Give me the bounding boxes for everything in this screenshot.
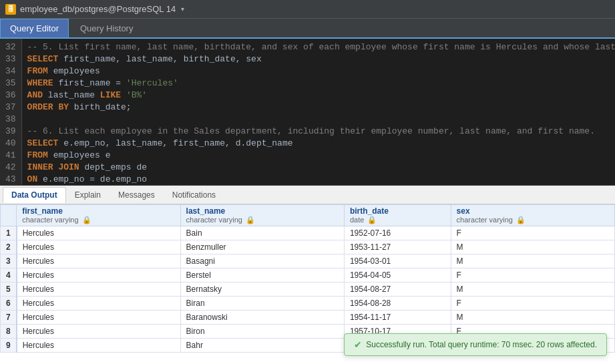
cell-birth_date: 1952-07-16 <box>344 226 451 240</box>
col-first-name-header[interactable]: first_name character varying 🔒 <box>17 205 180 226</box>
col-last-name-header[interactable]: last_name character varying 🔒 <box>180 205 344 226</box>
table-row: 5HerculesBernatsky1954-08-27M <box>1 283 615 297</box>
cell-sex: F <box>451 226 614 240</box>
cell-sex: F <box>451 268 614 283</box>
cell-first_name: Hercules <box>17 339 180 353</box>
cell-last_name: Biran <box>180 297 344 311</box>
col-sex-header[interactable]: sex character varying 🔒 <box>451 205 614 226</box>
row-number: 8 <box>1 325 17 339</box>
connection-title: employee_db/postgres@PostgreSQL 14 <box>20 4 176 14</box>
db-icon: 🗄 <box>5 4 16 15</box>
row-number: 9 <box>1 339 17 353</box>
cell-sex: M <box>451 283 614 297</box>
cell-first_name: Hercules <box>17 297 180 311</box>
cell-last_name: Berstel <box>180 268 344 283</box>
tab-messages[interactable]: Messages <box>110 187 164 203</box>
check-icon: ✔ <box>354 339 362 350</box>
data-table-container[interactable]: first_name character varying 🔒 last_name… <box>0 204 615 364</box>
table-row: 1HerculesBain1952-07-16F <box>1 226 615 240</box>
cell-sex: F <box>451 297 614 311</box>
result-tabs: Data Output Explain Messages Notificatio… <box>0 186 615 204</box>
cell-last_name: Bernatsky <box>180 283 344 297</box>
main-area: 32 33 34 35 36 37 38 39 40 41 42 43 44 4… <box>0 39 615 364</box>
tab-query-editor[interactable]: Query Editor <box>0 19 69 37</box>
row-number: 2 <box>1 240 17 254</box>
cell-last_name: Basagni <box>180 254 344 268</box>
title-bar: 🗄 employee_db/postgres@PostgreSQL 14 ▾ <box>0 0 615 19</box>
row-number: 3 <box>1 254 17 268</box>
code-content[interactable]: -- 5. List first name, last name, birthd… <box>22 39 615 185</box>
cell-birth_date: 1954-03-01 <box>344 254 451 268</box>
table-row: 2HerculesBenzmuller1953-11-27M <box>1 240 615 254</box>
dropdown-icon[interactable]: ▾ <box>181 5 184 13</box>
cell-first_name: Hercules <box>17 325 180 339</box>
cell-sex: M <box>451 240 614 254</box>
toast-notification: ✔ Successfully run. Total query runtime:… <box>344 333 607 356</box>
cell-first_name: Hercules <box>17 254 180 268</box>
cell-birth_date: 1953-11-27 <box>344 240 451 254</box>
tab-query-history[interactable]: Query History <box>70 19 143 37</box>
col-birth-date-header[interactable]: birth_date date 🔒 <box>344 205 451 226</box>
row-number: 6 <box>1 297 17 311</box>
cell-first_name: Hercules <box>17 268 180 283</box>
tab-data-output[interactable]: Data Output <box>3 187 66 203</box>
row-number: 7 <box>1 311 17 325</box>
cell-birth_date: 1954-08-27 <box>344 283 451 297</box>
cell-sex: M <box>451 311 614 325</box>
cell-first_name: Hercules <box>17 283 180 297</box>
tab-bar: Query Editor Query History <box>0 19 615 39</box>
cell-first_name: Hercules <box>17 311 180 325</box>
result-panel: Data Output Explain Messages Notificatio… <box>0 186 615 364</box>
cell-last_name: Bain <box>180 226 344 240</box>
cell-last_name: Bahr <box>180 339 344 353</box>
col-rownum-header <box>1 205 17 226</box>
query-editor[interactable]: 32 33 34 35 36 37 38 39 40 41 42 43 44 4… <box>0 39 615 186</box>
tab-explain[interactable]: Explain <box>66 187 110 203</box>
row-number: 1 <box>1 226 17 240</box>
cell-last_name: Baranowski <box>180 311 344 325</box>
toast-message: Successfully run. Total query runtime: 7… <box>366 340 597 349</box>
table-row: 7HerculesBaranowski1954-11-17M <box>1 311 615 325</box>
cell-sex: M <box>451 254 614 268</box>
cell-first_name: Hercules <box>17 240 180 254</box>
result-table: first_name character varying 🔒 last_name… <box>0 204 615 353</box>
cell-birth_date: 1954-11-17 <box>344 311 451 325</box>
cell-birth_date: 1954-08-28 <box>344 297 451 311</box>
tab-notifications[interactable]: Notifications <box>164 187 224 203</box>
row-number: 5 <box>1 283 17 297</box>
cell-last_name: Biron <box>180 325 344 339</box>
table-row: 6HerculesBiran1954-08-28F <box>1 297 615 311</box>
table-row: 3HerculesBasagni1954-03-01M <box>1 254 615 268</box>
cell-last_name: Benzmuller <box>180 240 344 254</box>
cell-first_name: Hercules <box>17 226 180 240</box>
table-row: 4HerculesBerstel1954-04-05F <box>1 268 615 283</box>
row-number: 4 <box>1 268 17 283</box>
line-numbers: 32 33 34 35 36 37 38 39 40 41 42 43 44 4… <box>0 39 22 185</box>
cell-birth_date: 1954-04-05 <box>344 268 451 283</box>
